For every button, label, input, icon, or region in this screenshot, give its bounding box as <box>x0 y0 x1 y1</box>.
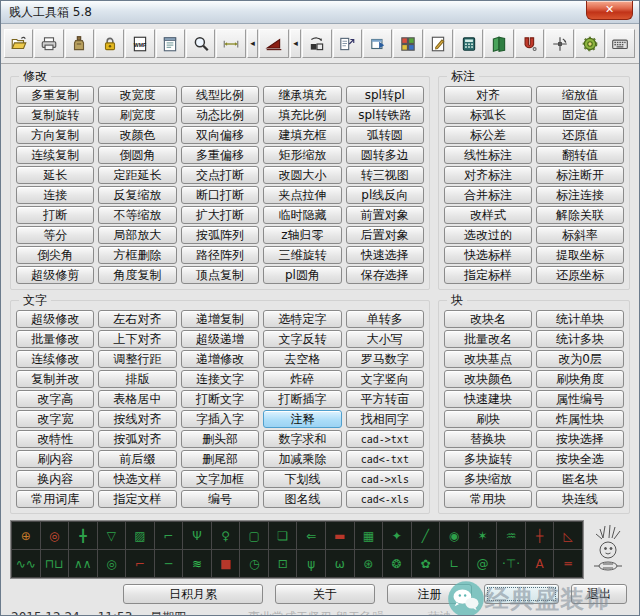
text-col5-button-6[interactable]: 找相同字 <box>346 410 424 428</box>
linetype-cell-r1-1[interactable]: ⊕ <box>12 522 40 549</box>
modify-col4-button-8[interactable]: z轴归零 <box>263 226 341 244</box>
text-col3-button-2[interactable]: 超级递增 <box>181 330 259 348</box>
linetype-cell-r2-13[interactable]: ⊛ <box>355 550 383 577</box>
text-col4-button-1[interactable]: 选特定字 <box>263 310 341 328</box>
modify-col5-button-5[interactable]: 转三视图 <box>346 166 424 184</box>
linetype-cell-r2-20[interactable]: ═ <box>554 550 582 577</box>
linetype-cell-r1-6[interactable]: ⌐ <box>155 522 183 549</box>
text-col3-button-7[interactable]: 删头部 <box>181 430 259 448</box>
text-col5-button-4[interactable]: 文字竖向 <box>346 370 424 388</box>
text-col2-button-6[interactable]: 按线对齐 <box>98 410 176 428</box>
dimension-col1-button-7[interactable]: 改样式 <box>444 206 532 224</box>
text-col1-button-2[interactable]: 批量修改 <box>16 330 94 348</box>
modify-col3-button-5[interactable]: 交点打断 <box>181 166 259 184</box>
text-col1-button-5[interactable]: 改字高 <box>16 390 94 408</box>
linetype-cell-r1-16[interactable]: ◉ <box>440 522 468 549</box>
text-col2-button-1[interactable]: 左右对齐 <box>98 310 176 328</box>
modify-col3-button-7[interactable]: 扩大打断 <box>181 206 259 224</box>
color-blocks-button[interactable] <box>393 29 422 58</box>
zoom-button[interactable] <box>186 29 215 58</box>
text-col1-button-1[interactable]: 超级修改 <box>16 310 94 328</box>
move-blocks-button[interactable] <box>302 29 331 58</box>
linetype-cell-r2-14[interactable]: ❂ <box>383 550 411 577</box>
modify-col2-button-4[interactable]: 倒圆角 <box>98 146 176 164</box>
dimension-col2-button-5[interactable]: 标注断开 <box>536 166 624 184</box>
modify-col2-button-3[interactable]: 改颜色 <box>98 126 176 144</box>
text-col5-button-1[interactable]: 单转多 <box>346 310 424 328</box>
modify-col5-button-9[interactable]: 快速选择 <box>346 246 424 264</box>
text-col4-button-5[interactable]: 打断插字 <box>263 390 341 408</box>
modify-col5-button-8[interactable]: 后置对象 <box>346 226 424 244</box>
block-col1-button-9[interactable]: 多块缩放 <box>444 470 532 488</box>
linetype-cell-r2-16[interactable]: ∟ <box>440 550 468 577</box>
wmf-export-button[interactable]: WMF <box>125 29 154 58</box>
dimension-flyout-arrow[interactable]: ◂ <box>247 29 259 58</box>
block-col2-button-4[interactable]: 刷块角度 <box>536 370 624 388</box>
dimension-col2-button-7[interactable]: 解除关联 <box>536 206 624 224</box>
dimension-col1-button-6[interactable]: 合并标注 <box>444 186 532 204</box>
close-button[interactable]: ✕ <box>586 1 633 20</box>
list-export-button[interactable] <box>333 29 362 58</box>
linetype-cell-r1-8[interactable]: ♀ <box>212 522 240 549</box>
block-col2-button-6[interactable]: 炸属性块 <box>536 410 624 428</box>
text-col1-button-8[interactable]: 刷内容 <box>16 450 94 468</box>
dimension-col1-button-10[interactable]: 指定标样 <box>444 266 532 284</box>
modify-col2-button-8[interactable]: 局部放大 <box>98 226 176 244</box>
linetype-cell-r1-14[interactable]: ✦ <box>383 522 411 549</box>
fill-wedge-button[interactable] <box>259 29 288 58</box>
modify-col2-button-2[interactable]: 刷宽度 <box>98 106 176 124</box>
text-col4-button-7[interactable]: 数字求和 <box>263 430 341 448</box>
text-col3-button-4[interactable]: 连接文字 <box>181 370 259 388</box>
modify-col3-button-4[interactable]: 多重偏移 <box>181 146 259 164</box>
modify-col3-button-2[interactable]: 动态比例 <box>181 106 259 124</box>
block-col1-button-1[interactable]: 改块名 <box>444 310 532 328</box>
modify-col2-button-5[interactable]: 定距延长 <box>98 166 176 184</box>
text-col3-button-10[interactable]: 编号 <box>181 490 259 508</box>
modify-col1-button-4[interactable]: 连续复制 <box>16 146 94 164</box>
block-col2-button-1[interactable]: 统计单块 <box>536 310 624 328</box>
text-col2-button-3[interactable]: 调整行距 <box>98 350 176 368</box>
linetype-cell-r2-6[interactable]: ─ <box>155 550 183 577</box>
text-col1-button-10[interactable]: 常用词库 <box>16 490 94 508</box>
block-col1-button-5[interactable]: 快速建块 <box>444 390 532 408</box>
modify-col3-button-6[interactable]: 断口打断 <box>181 186 259 204</box>
text-col3-button-6[interactable]: 字插入字 <box>181 410 259 428</box>
linetype-cell-r2-7[interactable]: ≋ <box>183 550 211 577</box>
dimension-col2-button-8[interactable]: 标斜率 <box>536 226 624 244</box>
dimension-col2-button-9[interactable]: 提取坐标 <box>536 246 624 264</box>
modify-col2-button-7[interactable]: 不等缩放 <box>98 206 176 224</box>
window-link-button[interactable] <box>363 29 392 58</box>
text-col4-button-10[interactable]: 图名线 <box>263 490 341 508</box>
modify-col2-button-10[interactable]: 角度复制 <box>98 266 176 284</box>
text-col3-button-8[interactable]: 删尾部 <box>181 450 259 468</box>
print-button[interactable] <box>34 29 63 58</box>
dimension-col1-button-1[interactable]: 对齐 <box>444 86 532 104</box>
linetype-cell-r1-13[interactable]: ▦ <box>355 522 383 549</box>
text-col3-button-3[interactable]: 递增修改 <box>181 350 259 368</box>
dimension-style-button[interactable] <box>216 29 245 58</box>
edit-doc-button[interactable] <box>424 29 453 58</box>
modify-col5-button-6[interactable]: pl线反向 <box>346 186 424 204</box>
modify-col3-button-10[interactable]: 顶点复制 <box>181 266 259 284</box>
modify-col4-button-2[interactable]: 填充比例 <box>263 106 341 124</box>
modify-col4-button-4[interactable]: 矩形缩放 <box>263 146 341 164</box>
linetype-cell-r2-12[interactable]: ω <box>326 550 354 577</box>
dimension-col1-button-4[interactable]: 线性标注 <box>444 146 532 164</box>
modify-col3-button-9[interactable]: 路径阵列 <box>181 246 259 264</box>
linetype-cell-r2-9[interactable]: ◷ <box>240 550 268 577</box>
dimension-col2-button-2[interactable]: 固定值 <box>536 106 624 124</box>
text-col5-button-7[interactable]: cad->txt <box>346 430 424 448</box>
dimension-col2-button-6[interactable]: 标注连接 <box>536 186 624 204</box>
notes-button[interactable] <box>156 29 185 58</box>
modify-col1-button-9[interactable]: 倒尖角 <box>16 246 94 264</box>
modify-col5-button-3[interactable]: 弧转圆 <box>346 126 424 144</box>
settings-gear-button[interactable] <box>575 29 604 58</box>
modify-col5-button-2[interactable]: spl转铁路 <box>346 106 424 124</box>
modify-col4-button-5[interactable]: 改圆大小 <box>263 166 341 184</box>
linetype-cell-r1-17[interactable]: ✶ <box>469 522 497 549</box>
linetype-cell-r2-11[interactable]: ψ <box>297 550 325 577</box>
modify-col5-button-7[interactable]: 前置对象 <box>346 206 424 224</box>
open-file-button[interactable] <box>4 29 33 58</box>
linetype-cell-r1-20[interactable]: ◺ <box>554 522 582 549</box>
modify-col3-button-8[interactable]: 按弧阵列 <box>181 226 259 244</box>
